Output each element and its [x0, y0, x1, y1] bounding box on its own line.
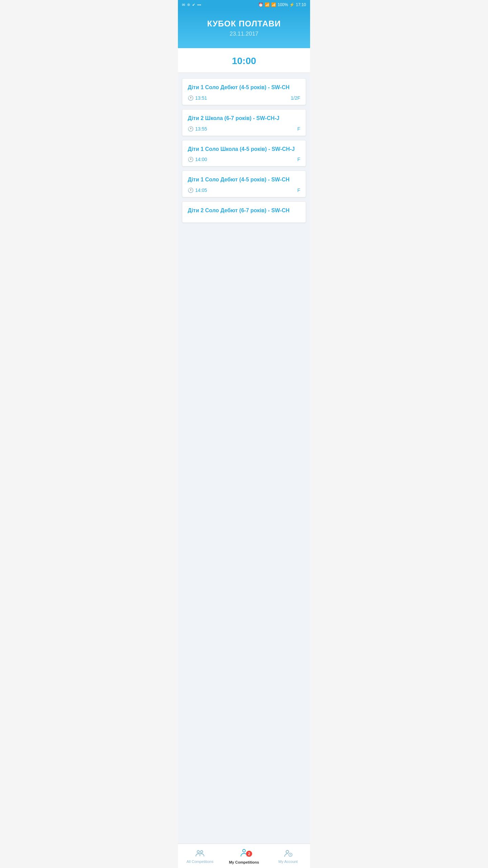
my-account-icon — [283, 849, 293, 858]
status-bar: ✉ ❊ ✔ ••• ⏰ 📶 📶 100% ⚡ 17:10 — [178, 0, 310, 9]
clock-icon: 🕐 — [188, 126, 194, 132]
competition-card[interactable]: Діти 2 Соло Дебют (6-7 років) - SW-CH — [182, 201, 306, 223]
card-time: 🕐 14:05 — [188, 188, 207, 193]
email-icon: ✉ — [182, 3, 185, 7]
nav-all-competitions[interactable]: All Competitions — [178, 844, 222, 868]
all-competitions-label: All Competitions — [186, 860, 213, 864]
nav-my-competitions[interactable]: 2 My Competitions — [222, 844, 266, 868]
signal-icon: 📶 — [271, 2, 276, 7]
competition-date: 23.11.2017 — [185, 31, 303, 37]
nav-my-account[interactable]: My Account — [266, 844, 310, 868]
notification-icon: ❊ — [187, 3, 190, 7]
card-time: 🕐 13:55 — [188, 126, 207, 132]
competition-card[interactable]: Діти 1 Соло Дебют (4-5 років) - SW-CH🕐 1… — [182, 171, 306, 197]
card-title: Діти 1 Соло Дебют (4-5 років) - SW-CH — [188, 84, 300, 91]
battery-icon: ⚡ — [289, 2, 294, 7]
card-title: Діти 1 Соло Школа (4-5 років) - SW-CH-J — [188, 146, 300, 153]
time-display: 17:10 — [296, 2, 306, 7]
bottom-navigation: All Competitions 2 My Competitions My Ac… — [178, 844, 310, 868]
competition-card[interactable]: Діти 1 Соло Дебют (4-5 років) - SW-CH🕐 1… — [182, 78, 306, 105]
card-stage: F — [297, 126, 300, 132]
competition-card[interactable]: Діти 2 Школа (6-7 років) - SW-CH-J🕐 13:5… — [182, 109, 306, 136]
card-stage: F — [297, 188, 300, 193]
clock-icon: 🕐 — [188, 95, 194, 101]
card-stage: F — [297, 157, 300, 162]
competition-list: Діти 1 Соло Дебют (4-5 років) - SW-CH🕐 1… — [178, 73, 310, 844]
wifi-icon: 📶 — [265, 2, 270, 7]
header: КУБОК ПОЛТАВИ 23.11.2017 — [178, 9, 310, 48]
svg-point-1 — [201, 850, 203, 853]
more-icon: ••• — [197, 3, 201, 7]
card-title: Діти 1 Соло Дебют (4-5 років) - SW-CH — [188, 176, 300, 183]
svg-point-3 — [286, 850, 289, 853]
all-competitions-icon — [195, 849, 205, 858]
svg-point-2 — [243, 849, 245, 852]
card-time: 🕐 14:00 — [188, 157, 207, 162]
my-competitions-label: My Competitions — [229, 860, 259, 864]
my-competitions-badge: 2 — [246, 851, 252, 857]
clock-icon: 🕐 — [188, 188, 194, 193]
schedule-time: 10:00 — [178, 56, 310, 66]
alarm-icon: ⏰ — [258, 2, 263, 7]
clock-icon: 🕐 — [188, 157, 194, 162]
competition-card[interactable]: Діти 1 Соло Школа (4-5 років) - SW-CH-J🕐… — [182, 140, 306, 167]
status-right-info: ⏰ 📶 📶 100% ⚡ 17:10 — [258, 2, 306, 7]
card-title: Діти 2 Школа (6-7 років) - SW-CH-J — [188, 115, 300, 122]
time-section: 10:00 — [178, 48, 310, 73]
battery-percent: 100% — [278, 2, 288, 7]
svg-point-0 — [197, 850, 200, 853]
card-stage: 1/2F — [291, 95, 300, 101]
my-account-label: My Account — [279, 860, 298, 864]
competition-title: КУБОК ПОЛТАВИ — [185, 19, 303, 28]
status-left-icons: ✉ ❊ ✔ ••• — [182, 3, 201, 7]
card-title: Діти 2 Соло Дебют (6-7 років) - SW-CH — [188, 207, 300, 214]
check-icon: ✔ — [192, 3, 195, 7]
card-time: 🕐 13:51 — [188, 95, 207, 101]
